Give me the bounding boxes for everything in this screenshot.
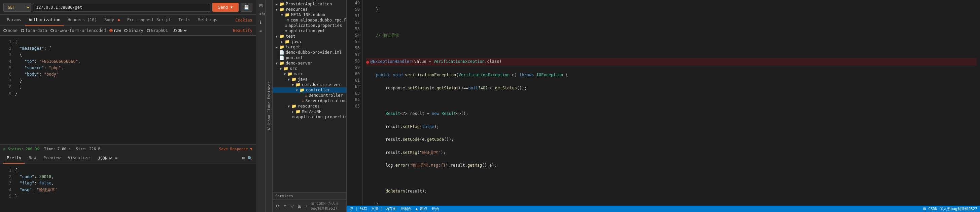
code-line-49: } <box>366 6 977 13</box>
editor-text[interactable]: } // 验证异常 ● @ExceptionHandler(value = Ve… <box>363 0 980 206</box>
save-response-button[interactable]: Save Response ▼ <box>219 147 252 151</box>
save-icon[interactable]: 💾 <box>240 3 252 12</box>
tab-body[interactable]: Body <box>101 15 123 25</box>
alibaba-cloud-explorer-label[interactable]: Alibaba Cloud Explorer <box>265 0 273 212</box>
filter-icon: ≡ <box>115 156 118 161</box>
folder-icon: 📁 <box>279 34 285 39</box>
tree-app-properties[interactable]: ⚙ application.properties <box>273 23 346 28</box>
tree-resources[interactable]: ▼ 📁 resources <box>273 7 346 12</box>
tree-resources-main[interactable]: ▼ 📁 resources <box>273 103 346 109</box>
body-type-raw[interactable]: raw <box>110 28 121 33</box>
tree-main-java[interactable]: ▼ 📁 java <box>273 77 346 82</box>
folder-icon: 📁 <box>291 104 296 109</box>
tree-app-yml[interactable]: ⚙ application.yml <box>273 28 346 33</box>
line-thread-status: 行 | 线程 <box>349 206 367 211</box>
resp-line-5: 5 } <box>3 193 252 199</box>
memory-button[interactable]: ⊞ <box>296 203 303 209</box>
tab-headers[interactable]: Headers (10) <box>64 15 100 25</box>
code-line-8: 8 ] <box>3 84 252 90</box>
layout-icon[interactable]: ⊞ <box>258 2 263 9</box>
tab-authorization[interactable]: Authorization <box>25 15 64 25</box>
radio-binary <box>124 29 127 32</box>
response-format-select[interactable]: JSON Text <box>97 155 113 161</box>
body-type-none[interactable]: none <box>3 28 18 33</box>
resp-line-2: 2 "code": 30018, <box>3 174 252 180</box>
tree-provider-application[interactable]: ▶ 📁 ProviderApplication <box>273 2 346 7</box>
info-icon[interactable]: ℹ <box>258 19 263 26</box>
body-type-urlencoded[interactable]: x-www-form-urlencoded <box>51 28 106 33</box>
file-tree: ▶ 📁 ProviderApplication ▼ 📁 resources ▼ … <box>273 0 346 192</box>
send-arrow-icon: ▼ <box>230 5 233 9</box>
code-editor: 49 50 51 52 53 54 55 56 57 58 59 60 61 6… <box>347 0 980 212</box>
code-line-5: 5 "source": "php", <box>3 65 252 71</box>
tree-target[interactable]: ▶ 📁 target <box>273 44 346 50</box>
tree-src[interactable]: ▼ 📁 src <box>273 66 346 71</box>
code-line-50 <box>366 19 977 26</box>
body-type-graphql[interactable]: GraphQL <box>147 28 168 33</box>
code-line-1: 1 { <box>3 39 252 45</box>
filter-button[interactable]: ▽ <box>289 203 295 209</box>
tree-controller[interactable]: ▼ 📁 controller <box>273 87 346 93</box>
tab-settings[interactable]: Settings <box>194 15 221 25</box>
tree-demo-server[interactable]: ▼ 📁 demo-server <box>273 60 346 66</box>
format-select[interactable]: JSON Text XML <box>171 28 188 33</box>
request-body-editor[interactable]: 1 { 2 "messages": [ 3 { 4 "to": "+861666… <box>0 36 256 144</box>
tab-params[interactable]: Params <box>3 15 25 25</box>
breakpoints-button[interactable]: ▲ 断点 <box>415 206 427 211</box>
console-button[interactable]: 控制台 <box>401 206 412 211</box>
url-input[interactable] <box>33 3 210 12</box>
tree-meta-inf-main[interactable]: ▶ 📁 META-INF <box>273 109 346 114</box>
tree-main[interactable]: ▼ 📁 main <box>273 71 346 77</box>
file-icon: 📄 <box>279 50 285 55</box>
tree-demo-controller[interactable]: ☕ DemoController <box>273 93 346 98</box>
structure-icon[interactable]: ≡ <box>258 27 263 34</box>
beautify-button[interactable]: Beautify <box>233 28 252 33</box>
code-line-51: // 验证异常 <box>366 32 977 39</box>
body-type-form-data[interactable]: form-data <box>21 28 47 33</box>
thread-button[interactable]: ≡ <box>282 203 288 209</box>
add-button[interactable]: + <box>304 203 310 209</box>
tab-pre-request[interactable]: Pre-request Script <box>124 15 174 25</box>
tab-preview[interactable]: Preview <box>40 153 64 164</box>
java-file-icon: ☕ <box>302 98 304 103</box>
tree-test[interactable]: ▼ 📁 test <box>273 33 346 39</box>
expand-arrow-icon: ▼ <box>279 13 285 17</box>
copy-icon[interactable]: ⊟ <box>242 156 245 161</box>
code-line-53: ● @ExceptionHandler(value = Verification… <box>366 58 977 65</box>
tree-server-application[interactable]: ☕ ServerApplication <box>273 98 346 103</box>
csdn-watermark: 🖥 CSDN ⓐ人形bug制造机9527 <box>923 206 977 211</box>
tab-visualize[interactable]: Visualize <box>65 153 93 164</box>
cookies-link[interactable]: Cookies <box>235 18 252 22</box>
editor-content: 49 50 51 52 53 54 55 56 57 58 59 60 61 6… <box>347 0 980 206</box>
expand-arrow-icon: ▼ <box>274 35 279 38</box>
tab-raw[interactable]: Raw <box>25 153 40 164</box>
code-line-58: result.setFlag(false); <box>366 123 977 130</box>
code-line-61: log.error("验证异常,msg:{}",result.getMsg(),… <box>366 162 977 169</box>
resp-line-4: 4 "msg": "验证异常" <box>3 187 252 193</box>
tree-dubbo-file[interactable]: ⚙ com.alibaba.dubbo.rpc.Fi... <box>273 17 346 23</box>
start-button[interactable]: 开始 <box>431 206 439 211</box>
code-icon[interactable]: </> <box>258 10 263 17</box>
refresh-button[interactable]: ⟳ <box>275 203 281 209</box>
expand-arrow-icon: ▶ <box>290 110 296 114</box>
folder-icon: 📁 <box>279 45 285 49</box>
tab-tests[interactable]: Tests <box>175 15 194 25</box>
spacer <box>279 29 285 33</box>
method-select[interactable]: GET POST PUT DELETE <box>3 3 31 12</box>
tree-com-doria-server[interactable]: ▼ 📁 com.doria.server <box>273 82 346 87</box>
response-tab-bar: Pretty Raw Preview Visualize JSON Text ≡… <box>0 153 256 164</box>
file-icon: ⚙ <box>285 23 287 28</box>
tree-iml[interactable]: 📄 demo-dubbo-provider.iml <box>273 50 346 55</box>
tab-pretty[interactable]: Pretty <box>3 153 25 164</box>
tree-test-java[interactable]: ▶ 📁 java <box>273 39 346 44</box>
status-right: 🖥 CSDN ⓐ人形bug制造机9527 <box>923 206 977 211</box>
code-line-6: 6 "body": "body" <box>3 71 252 78</box>
radio-graphql <box>147 29 150 32</box>
body-type-binary[interactable]: binary <box>124 28 143 33</box>
tree-meta-inf-dubbo[interactable]: ▼ 📁 META-INF.dubbo <box>273 12 346 17</box>
tree-app-properties-main[interactable]: ⚙ application.properties <box>273 114 346 120</box>
folder-icon: 📁 <box>299 88 305 92</box>
send-button[interactable]: Send ▼ <box>212 3 239 12</box>
search-icon[interactable]: 🔍 <box>247 156 252 161</box>
tree-pom[interactable]: 📄 pom.xml <box>273 55 346 60</box>
